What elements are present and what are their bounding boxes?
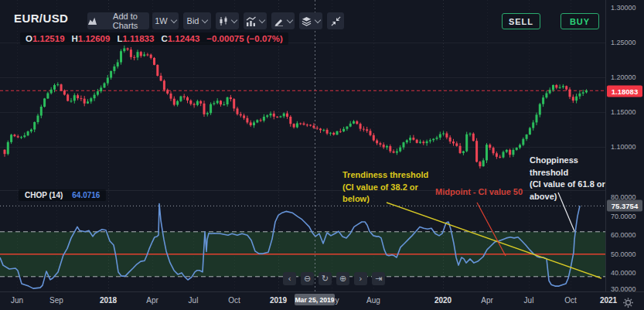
bar-chart-icon [246, 16, 256, 26]
crosshair-date-tooltip: Mar 25, 2019 [295, 294, 335, 305]
trendiness-annotation: Trendiness threshold (CI value of 38.2 o… [342, 169, 431, 206]
gear-icon[interactable] [622, 297, 634, 308]
price-axis-tick: 40.0000 [611, 269, 636, 277]
collapse-arrows-icon [331, 16, 341, 26]
chevron-down-icon [287, 16, 293, 22]
price-axis-tick: 1.10000 [611, 143, 636, 151]
chevron-down-icon [202, 16, 208, 22]
price-axis-tick: 60.0000 [611, 231, 636, 239]
time-axis-label: Jul [189, 296, 199, 305]
choppiness-line1: Choppiness threshold [530, 155, 618, 179]
layers-icon [302, 16, 312, 26]
price-type-dropdown[interactable]: Bid [183, 12, 211, 29]
choppiness-annotation: Choppiness threshold (CI value of 61.8 o… [530, 155, 618, 203]
time-axis-label: Oct [564, 296, 577, 305]
trendiness-line3: below) [342, 193, 431, 206]
trendiness-line1: Trendiness threshold [342, 169, 431, 182]
last-price-tag: 1.18083 [607, 86, 642, 97]
price-axis-tick: 50.0000 [611, 250, 636, 258]
chevron-down-icon [171, 16, 177, 22]
choppiness-line3: above) [530, 191, 618, 203]
chevron-down-icon [230, 16, 237, 22]
pencil-icon [274, 16, 284, 26]
trendiness-line2: (CI value of 38.2 or [342, 182, 431, 194]
symbol-title: EUR/USD [14, 12, 68, 25]
chart-style-dropdown[interactable] [244, 12, 267, 29]
close-label: C [161, 34, 167, 43]
price-axis-tick: 1.20000 [611, 73, 636, 81]
area-chart-icon [87, 16, 97, 26]
scroll-left-button[interactable]: ‹ [283, 272, 296, 285]
open-value: 1.12519 [32, 34, 65, 43]
trading-chart-window: EUR/USD Add to Charts 1W Bid [0, 0, 644, 310]
change-value: −0.00075 (−0.07%) [206, 34, 282, 43]
time-axis-label: Oct [228, 296, 240, 305]
add-to-charts-button[interactable]: Add to Charts [87, 12, 149, 29]
time-axis-label: 2019 [270, 296, 287, 305]
series-style-dropdown[interactable] [216, 12, 239, 29]
high-label: H [72, 34, 78, 43]
chevron-down-icon [315, 16, 321, 22]
price-axis-tick: 1.25000 [611, 39, 636, 46]
ohlc-readout: O1.12519 H1.12609 L1.11833 C1.12443 −0.0… [20, 32, 288, 45]
time-axis-label: 2020 [434, 296, 451, 305]
zoom-in-button[interactable]: ⊕ [336, 272, 349, 285]
scroll-right-button[interactable]: › [354, 272, 367, 285]
timeframe-label: 1W [155, 16, 168, 26]
drawing-tools-dropdown[interactable] [271, 12, 295, 29]
time-axis-label: Jul [524, 296, 534, 305]
price-axis-tick: 1.30000 [611, 4, 636, 12]
indicator-legend[interactable]: CHOP (14) 64.0716 [19, 189, 106, 201]
timeframe-dropdown[interactable]: 1W [152, 12, 179, 29]
layers-dropdown[interactable] [299, 12, 322, 29]
time-axis-label: Apr [146, 296, 158, 305]
indicator-value: 64.0716 [72, 191, 100, 199]
collapse-button[interactable] [327, 12, 344, 29]
indicator-name: CHOP (14) [25, 191, 63, 199]
go-to-end-button[interactable]: ⇥ [372, 272, 385, 285]
chevron-down-icon [259, 16, 265, 22]
add-to-charts-label: Add to Charts [101, 12, 149, 30]
sell-button[interactable]: SELL [502, 13, 540, 29]
low-value: 1.11833 [122, 34, 154, 43]
reset-view-button[interactable]: ↻ [319, 272, 332, 285]
time-axis[interactable]: Mar 25, 2019 JunSep2018AprJulOct2019MayA… [0, 291, 644, 310]
time-axis-label: 2021 [600, 296, 617, 305]
price-axis-tick: 70.0000 [611, 213, 636, 220]
time-axis-label: Apr [481, 296, 493, 305]
choppiness-line2: (CI value of 61.8 or [530, 179, 618, 191]
buy-button[interactable]: BUY [561, 13, 599, 29]
time-axis-label: 2018 [100, 296, 117, 305]
price-type-label: Bid [187, 16, 199, 26]
open-label: O [26, 34, 32, 43]
zoom-out-button[interactable]: ⊖ [301, 272, 314, 285]
chart-navigation: ‹⊖↻⊕›⇥ [283, 272, 385, 285]
time-axis-label: Sep [49, 296, 63, 305]
time-axis-label: Aug [366, 296, 380, 305]
close-value: 1.12443 [168, 34, 200, 43]
high-value: 1.12609 [78, 34, 111, 43]
time-axis-label: Jun [11, 296, 23, 305]
price-axis[interactable]: 1.18083 75.3754 1.300001.250001.200001.1… [605, 0, 644, 291]
midpoint-annotation: Midpoint - CI value 50 [435, 186, 523, 199]
candlestick-series [4, 46, 588, 169]
price-axis-tick: 1.15000 [611, 108, 636, 116]
candlestick-icon [219, 16, 228, 26]
